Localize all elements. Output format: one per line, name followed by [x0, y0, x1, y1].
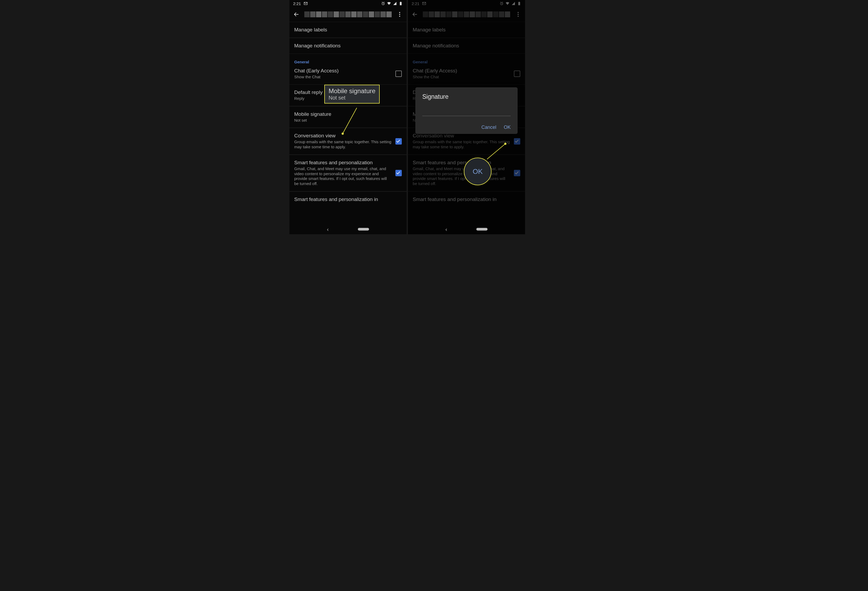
manage-notifications-row[interactable]: Manage notifications: [289, 38, 407, 54]
gmail-icon: [304, 1, 308, 6]
status-time: 2:21: [293, 1, 301, 6]
alarm-icon: [381, 1, 385, 6]
nav-back-button[interactable]: ‹: [446, 226, 447, 233]
row-sub: Show the Chat: [294, 75, 392, 80]
canvas: 2:21 Manage labels Manage notification: [230, 0, 638, 273]
signature-dialog: Signature Cancel OK: [415, 87, 518, 134]
row-title: Manage notifications: [294, 43, 402, 49]
callout-mobile-signature: Mobile signature Not set: [324, 85, 380, 103]
system-nav-bar: ‹: [408, 224, 525, 234]
row-sub: Group emails with the same topic togethe…: [294, 140, 392, 150]
callout-ok-label: OK: [472, 168, 483, 176]
more-vert-icon[interactable]: [396, 11, 403, 18]
system-nav-bar: ‹: [289, 224, 407, 234]
signature-input[interactable]: [422, 111, 511, 116]
row-title: Mobile signature: [294, 111, 402, 117]
app-bar: [289, 7, 407, 22]
callout-title: Mobile signature: [329, 87, 375, 95]
settings-list: Manage labels Manage notifications Gener…: [289, 22, 407, 207]
signal-icon: [393, 1, 397, 6]
account-email-redacted: [304, 12, 392, 17]
battery-icon: [399, 1, 403, 6]
mobile-signature-row[interactable]: Mobile signature Not set: [289, 106, 407, 128]
ok-button[interactable]: OK: [504, 125, 511, 130]
callout-sub: Not set: [329, 95, 375, 101]
smart-features-row[interactable]: Smart features and personalization Gmail…: [289, 155, 407, 192]
svg-point-1: [399, 12, 400, 13]
phone-right: 2:21 Manage labels Manage notifications …: [408, 0, 525, 234]
svg-point-2: [399, 14, 400, 15]
dialog-title: Signature: [422, 93, 511, 100]
row-sub: Not set: [294, 118, 402, 123]
row-sub: Gmail, Chat, and Meet may use my email, …: [294, 167, 392, 186]
nav-back-button[interactable]: ‹: [327, 226, 329, 233]
manage-labels-row[interactable]: Manage labels: [289, 22, 407, 38]
svg-point-3: [399, 16, 400, 17]
chat-early-access-row[interactable]: Chat (Early Access) Show the Chat: [289, 67, 407, 84]
smart-features-other-row[interactable]: Smart features and personalization in: [289, 192, 407, 207]
chat-checkbox[interactable]: [396, 71, 402, 77]
row-title: Conversation view: [294, 133, 392, 139]
conversation-view-checkbox[interactable]: [396, 138, 402, 144]
nav-home-pill[interactable]: [358, 228, 369, 231]
smart-features-checkbox[interactable]: [396, 170, 402, 176]
back-icon[interactable]: [293, 11, 300, 18]
section-general: General: [289, 54, 407, 67]
status-bar: 2:21: [289, 0, 407, 7]
callout-ok: OK: [464, 158, 492, 185]
conversation-view-row[interactable]: Conversation view Group emails with the …: [289, 128, 407, 155]
row-title: Smart features and personalization in: [294, 196, 402, 202]
phone-left: 2:21 Manage labels Manage notification: [289, 0, 407, 234]
wifi-icon: [387, 1, 391, 6]
cancel-button[interactable]: Cancel: [481, 125, 496, 130]
row-title: Chat (Early Access): [294, 68, 392, 74]
nav-home-pill[interactable]: [476, 228, 487, 231]
row-title: Smart features and personalization: [294, 160, 392, 166]
row-title: Manage labels: [294, 27, 402, 33]
